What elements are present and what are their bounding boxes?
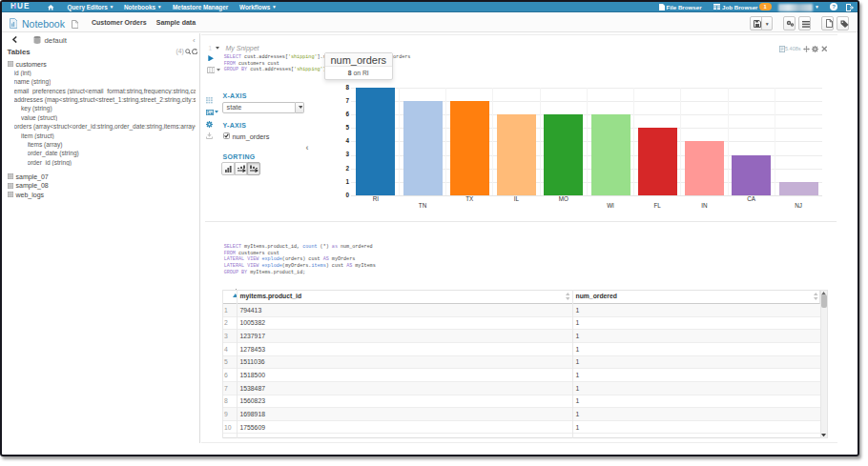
svg-text:?: ? [832,4,836,10]
